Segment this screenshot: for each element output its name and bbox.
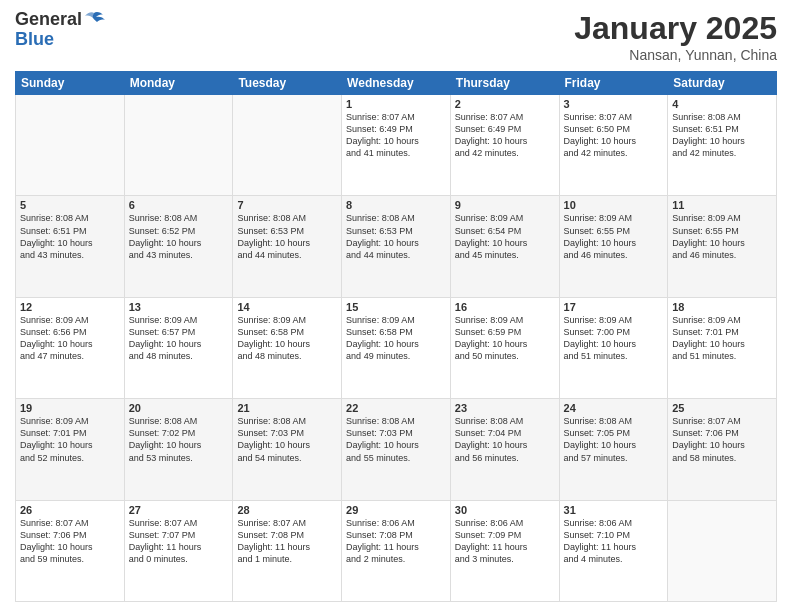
day-cell: 10Sunrise: 8:09 AM Sunset: 6:55 PM Dayli…	[559, 196, 668, 297]
day-info: Sunrise: 8:08 AM Sunset: 6:51 PM Dayligh…	[20, 212, 120, 261]
day-cell: 29Sunrise: 8:06 AM Sunset: 7:08 PM Dayli…	[342, 500, 451, 601]
day-cell	[668, 500, 777, 601]
day-number: 28	[237, 504, 337, 516]
day-cell: 2Sunrise: 8:07 AM Sunset: 6:49 PM Daylig…	[450, 95, 559, 196]
logo-general: General	[15, 10, 82, 30]
day-number: 31	[564, 504, 664, 516]
week-row-4: 19Sunrise: 8:09 AM Sunset: 7:01 PM Dayli…	[16, 399, 777, 500]
col-monday: Monday	[124, 72, 233, 95]
day-info: Sunrise: 8:08 AM Sunset: 7:04 PM Dayligh…	[455, 415, 555, 464]
day-info: Sunrise: 8:08 AM Sunset: 7:03 PM Dayligh…	[346, 415, 446, 464]
day-number: 3	[564, 98, 664, 110]
day-info: Sunrise: 8:09 AM Sunset: 6:58 PM Dayligh…	[237, 314, 337, 363]
day-info: Sunrise: 8:09 AM Sunset: 6:57 PM Dayligh…	[129, 314, 229, 363]
day-cell: 18Sunrise: 8:09 AM Sunset: 7:01 PM Dayli…	[668, 297, 777, 398]
day-number: 6	[129, 199, 229, 211]
day-number: 21	[237, 402, 337, 414]
calendar-header-row: Sunday Monday Tuesday Wednesday Thursday…	[16, 72, 777, 95]
day-info: Sunrise: 8:07 AM Sunset: 6:49 PM Dayligh…	[346, 111, 446, 160]
day-cell: 5Sunrise: 8:08 AM Sunset: 6:51 PM Daylig…	[16, 196, 125, 297]
day-cell: 6Sunrise: 8:08 AM Sunset: 6:52 PM Daylig…	[124, 196, 233, 297]
col-wednesday: Wednesday	[342, 72, 451, 95]
day-cell: 16Sunrise: 8:09 AM Sunset: 6:59 PM Dayli…	[450, 297, 559, 398]
day-cell: 30Sunrise: 8:06 AM Sunset: 7:09 PM Dayli…	[450, 500, 559, 601]
day-number: 22	[346, 402, 446, 414]
day-cell: 8Sunrise: 8:08 AM Sunset: 6:53 PM Daylig…	[342, 196, 451, 297]
day-number: 25	[672, 402, 772, 414]
week-row-1: 1Sunrise: 8:07 AM Sunset: 6:49 PM Daylig…	[16, 95, 777, 196]
day-info: Sunrise: 8:09 AM Sunset: 6:55 PM Dayligh…	[672, 212, 772, 261]
day-cell: 25Sunrise: 8:07 AM Sunset: 7:06 PM Dayli…	[668, 399, 777, 500]
day-number: 2	[455, 98, 555, 110]
title-block: January 2025 Nansan, Yunnan, China	[574, 10, 777, 63]
day-number: 18	[672, 301, 772, 313]
day-info: Sunrise: 8:08 AM Sunset: 7:05 PM Dayligh…	[564, 415, 664, 464]
day-number: 23	[455, 402, 555, 414]
day-number: 17	[564, 301, 664, 313]
day-info: Sunrise: 8:08 AM Sunset: 6:53 PM Dayligh…	[237, 212, 337, 261]
month-title: January 2025	[574, 10, 777, 47]
day-cell: 1Sunrise: 8:07 AM Sunset: 6:49 PM Daylig…	[342, 95, 451, 196]
day-number: 27	[129, 504, 229, 516]
day-cell	[124, 95, 233, 196]
day-info: Sunrise: 8:09 AM Sunset: 6:55 PM Dayligh…	[564, 212, 664, 261]
day-number: 11	[672, 199, 772, 211]
day-cell: 15Sunrise: 8:09 AM Sunset: 6:58 PM Dayli…	[342, 297, 451, 398]
day-cell: 24Sunrise: 8:08 AM Sunset: 7:05 PM Dayli…	[559, 399, 668, 500]
day-cell: 14Sunrise: 8:09 AM Sunset: 6:58 PM Dayli…	[233, 297, 342, 398]
day-number: 8	[346, 199, 446, 211]
day-info: Sunrise: 8:08 AM Sunset: 6:51 PM Dayligh…	[672, 111, 772, 160]
week-row-2: 5Sunrise: 8:08 AM Sunset: 6:51 PM Daylig…	[16, 196, 777, 297]
day-cell: 21Sunrise: 8:08 AM Sunset: 7:03 PM Dayli…	[233, 399, 342, 500]
day-number: 5	[20, 199, 120, 211]
location-title: Nansan, Yunnan, China	[574, 47, 777, 63]
day-cell: 17Sunrise: 8:09 AM Sunset: 7:00 PM Dayli…	[559, 297, 668, 398]
day-number: 12	[20, 301, 120, 313]
day-cell: 13Sunrise: 8:09 AM Sunset: 6:57 PM Dayli…	[124, 297, 233, 398]
day-info: Sunrise: 8:08 AM Sunset: 7:02 PM Dayligh…	[129, 415, 229, 464]
day-info: Sunrise: 8:08 AM Sunset: 6:52 PM Dayligh…	[129, 212, 229, 261]
day-info: Sunrise: 8:07 AM Sunset: 7:06 PM Dayligh…	[672, 415, 772, 464]
day-cell: 23Sunrise: 8:08 AM Sunset: 7:04 PM Dayli…	[450, 399, 559, 500]
day-info: Sunrise: 8:07 AM Sunset: 6:50 PM Dayligh…	[564, 111, 664, 160]
day-number: 24	[564, 402, 664, 414]
day-number: 1	[346, 98, 446, 110]
day-info: Sunrise: 8:08 AM Sunset: 6:53 PM Dayligh…	[346, 212, 446, 261]
day-number: 15	[346, 301, 446, 313]
day-number: 26	[20, 504, 120, 516]
day-info: Sunrise: 8:06 AM Sunset: 7:09 PM Dayligh…	[455, 517, 555, 566]
day-info: Sunrise: 8:09 AM Sunset: 7:01 PM Dayligh…	[20, 415, 120, 464]
day-info: Sunrise: 8:06 AM Sunset: 7:08 PM Dayligh…	[346, 517, 446, 566]
day-cell: 27Sunrise: 8:07 AM Sunset: 7:07 PM Dayli…	[124, 500, 233, 601]
col-thursday: Thursday	[450, 72, 559, 95]
col-friday: Friday	[559, 72, 668, 95]
day-cell: 28Sunrise: 8:07 AM Sunset: 7:08 PM Dayli…	[233, 500, 342, 601]
day-cell	[16, 95, 125, 196]
day-info: Sunrise: 8:09 AM Sunset: 7:01 PM Dayligh…	[672, 314, 772, 363]
day-number: 7	[237, 199, 337, 211]
day-number: 13	[129, 301, 229, 313]
day-number: 16	[455, 301, 555, 313]
col-sunday: Sunday	[16, 72, 125, 95]
day-info: Sunrise: 8:09 AM Sunset: 6:59 PM Dayligh…	[455, 314, 555, 363]
day-cell	[233, 95, 342, 196]
day-info: Sunrise: 8:07 AM Sunset: 7:07 PM Dayligh…	[129, 517, 229, 566]
day-number: 9	[455, 199, 555, 211]
week-row-5: 26Sunrise: 8:07 AM Sunset: 7:06 PM Dayli…	[16, 500, 777, 601]
day-number: 30	[455, 504, 555, 516]
day-number: 29	[346, 504, 446, 516]
day-cell: 26Sunrise: 8:07 AM Sunset: 7:06 PM Dayli…	[16, 500, 125, 601]
day-info: Sunrise: 8:09 AM Sunset: 7:00 PM Dayligh…	[564, 314, 664, 363]
week-row-3: 12Sunrise: 8:09 AM Sunset: 6:56 PM Dayli…	[16, 297, 777, 398]
logo-blue: Blue	[15, 29, 54, 49]
day-cell: 22Sunrise: 8:08 AM Sunset: 7:03 PM Dayli…	[342, 399, 451, 500]
day-cell: 19Sunrise: 8:09 AM Sunset: 7:01 PM Dayli…	[16, 399, 125, 500]
logo: General Blue	[15, 10, 106, 50]
day-info: Sunrise: 8:07 AM Sunset: 6:49 PM Dayligh…	[455, 111, 555, 160]
day-info: Sunrise: 8:09 AM Sunset: 6:54 PM Dayligh…	[455, 212, 555, 261]
header: General Blue January 2025 Nansan, Yunnan…	[15, 10, 777, 63]
day-info: Sunrise: 8:09 AM Sunset: 6:56 PM Dayligh…	[20, 314, 120, 363]
day-cell: 11Sunrise: 8:09 AM Sunset: 6:55 PM Dayli…	[668, 196, 777, 297]
day-info: Sunrise: 8:07 AM Sunset: 7:08 PM Dayligh…	[237, 517, 337, 566]
col-tuesday: Tuesday	[233, 72, 342, 95]
